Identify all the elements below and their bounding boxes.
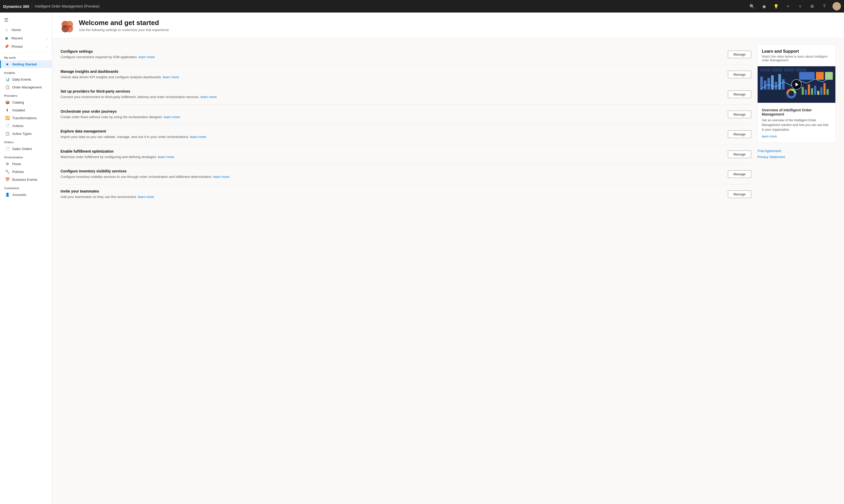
- sidebar-item-installed[interactable]: ⬇ Installed: [0, 106, 52, 114]
- video-play-button[interactable]: [791, 79, 802, 90]
- svg-point-3: [66, 25, 73, 32]
- card-5-link[interactable]: learn more: [158, 155, 174, 159]
- installed-label: Installed: [12, 108, 25, 112]
- card-configure-settings-text: Configure settings Configure connections…: [60, 49, 724, 60]
- sidebar-item-daily-events[interactable]: 📊 Daily Events: [0, 75, 52, 83]
- help-icon[interactable]: ?: [821, 3, 828, 10]
- svg-rect-25: [820, 87, 822, 95]
- card-3-link[interactable]: learn more: [164, 115, 180, 119]
- welcome-subtitle: Use the following settings to customize …: [79, 28, 170, 32]
- card-0-link[interactable]: learn more: [139, 55, 155, 59]
- sidebar-item-getting-started[interactable]: ■ Getting Started: [0, 60, 52, 68]
- recent-label: Recent: [12, 36, 23, 40]
- sidebar-item-actions[interactable]: 📄 Actions: [0, 122, 52, 130]
- svg-rect-21: [808, 85, 810, 95]
- card-2-title: Set up providers for third-party service…: [60, 89, 724, 93]
- sidebar-item-sales-orders[interactable]: 📄 Sales Orders: [0, 145, 52, 152]
- pinned-chevron: ⌄: [46, 45, 48, 48]
- catalog-icon: 📦: [5, 100, 10, 104]
- svg-rect-5: [760, 68, 771, 71]
- sidebar-item-action-types[interactable]: 📋 Action Types: [0, 130, 52, 138]
- hamburger-menu[interactable]: ☰: [0, 15, 52, 25]
- card-providers: Set up providers for third-party service…: [60, 85, 751, 105]
- svg-rect-16: [799, 72, 815, 80]
- sidebar-item-order-management[interactable]: 📋 Order Management: [0, 83, 52, 91]
- order-management-label: Order Management: [12, 85, 42, 89]
- catalog-label: Catalog: [12, 101, 24, 104]
- daily-events-label: Daily Events: [12, 77, 31, 82]
- learn-support-card: Learn and Support Watch the video below …: [757, 44, 836, 143]
- card-orchestrate-text: Orchestrate your order journeys Create o…: [60, 109, 724, 120]
- pin-icon: 📌: [4, 44, 9, 49]
- sidebar-item-recent[interactable]: ◉ Recent ⌄: [0, 34, 52, 42]
- card-4-title: Explore data management: [60, 129, 724, 133]
- links-section: Trial Agreement Privacy Statement: [757, 147, 836, 163]
- card-manage-insights-text: Manage insights and dashboards Unlock da…: [60, 69, 724, 80]
- privacy-statement-link[interactable]: Privacy Statement: [757, 155, 836, 159]
- card-4-link[interactable]: learn more: [190, 135, 206, 139]
- sidebar-item-transformations[interactable]: 🔁 Transformations: [0, 114, 52, 122]
- card-6-manage-button[interactable]: Manage: [728, 170, 751, 178]
- card-3-manage-button[interactable]: Manage: [728, 111, 751, 118]
- card-5-title: Enable fulfillment optimization: [60, 149, 724, 154]
- card-2-link[interactable]: learn more: [200, 95, 217, 99]
- plus-icon[interactable]: +: [785, 3, 792, 10]
- card-2-manage-button[interactable]: Manage: [728, 91, 751, 98]
- svg-rect-22: [811, 88, 813, 95]
- welcome-title: Welcome and get started: [79, 19, 170, 27]
- card-7-title: Invite your teammates: [60, 189, 724, 193]
- topbar: Dynamics 365 Intelligent Order Managemen…: [0, 0, 844, 13]
- business-events-icon: 📅: [5, 177, 10, 182]
- home-icon: ⌂: [4, 28, 9, 32]
- topbar-logo: Dynamics 365: [3, 4, 29, 8]
- sidebar-item-home[interactable]: ⌂ Home: [0, 25, 52, 34]
- home-label: Home: [12, 28, 21, 32]
- search-icon[interactable]: 🔍: [749, 3, 756, 10]
- recent-icon: ◉: [4, 36, 9, 40]
- card-4-desc: Import your data so you can validate, ma…: [60, 134, 724, 140]
- sidebar-item-pinned[interactable]: 📌 Pinned ⌄: [0, 42, 52, 51]
- filter-icon[interactable]: ▿: [796, 3, 804, 10]
- card-1-link[interactable]: learn more: [163, 75, 179, 79]
- svg-rect-19: [802, 87, 804, 95]
- card-6-title: Configure inventory visibility services: [60, 169, 724, 173]
- lightbulb-icon[interactable]: 💡: [773, 3, 780, 10]
- cards-column: Configure settings Configure connections…: [60, 44, 751, 204]
- svg-rect-27: [827, 89, 829, 95]
- card-1-manage-button[interactable]: Manage: [728, 71, 751, 78]
- video-learn-more-link[interactable]: learn more: [762, 134, 777, 138]
- sidebar-item-catalog[interactable]: 📦 Catalog: [0, 98, 52, 106]
- actions-label: Actions: [12, 124, 23, 128]
- accounts-label: Accounts: [12, 193, 26, 197]
- flows-icon: ⚙: [5, 162, 10, 166]
- sidebar-item-accounts[interactable]: 👤 Accounts: [0, 191, 52, 199]
- card-4-manage-button[interactable]: Manage: [728, 130, 751, 138]
- svg-rect-18: [825, 72, 833, 80]
- settings-icon[interactable]: ⚙: [809, 3, 816, 10]
- card-1-desc: Unlock data driven KPI insights and conf…: [60, 75, 724, 80]
- target-icon[interactable]: ◉: [760, 3, 768, 10]
- video-desc: Get an overview of the Intelligent Order…: [762, 118, 831, 132]
- card-7-manage-button[interactable]: Manage: [728, 191, 751, 198]
- card-data-management-text: Explore data management Import your data…: [60, 129, 724, 140]
- video-title: Overview of Intelligent Order Management: [762, 108, 831, 116]
- card-0-title: Configure settings: [60, 49, 724, 53]
- trial-agreement-link[interactable]: Trial Agreement: [757, 149, 836, 153]
- content-area: Welcome and get started Use the followin…: [52, 13, 844, 504]
- svg-rect-17: [816, 72, 824, 80]
- policies-icon: 🔧: [5, 169, 10, 174]
- sidebar-item-business-events[interactable]: 📅 Business Events: [0, 176, 52, 183]
- video-thumbnail[interactable]: [758, 66, 836, 103]
- actions-icon: 📄: [5, 124, 10, 128]
- user-avatar[interactable]: [832, 2, 841, 11]
- svg-rect-23: [814, 86, 816, 95]
- sidebar-item-flows[interactable]: ⚙ Flows: [0, 160, 52, 168]
- svg-rect-9: [760, 77, 763, 90]
- card-0-manage-button[interactable]: Manage: [728, 51, 751, 58]
- card-7-desc: Add your teammates so they use this envi…: [60, 194, 724, 200]
- card-6-link[interactable]: learn more: [213, 175, 229, 179]
- card-7-link[interactable]: learn more: [138, 195, 154, 199]
- card-5-manage-button[interactable]: Manage: [728, 150, 751, 158]
- installed-icon: ⬇: [5, 108, 10, 112]
- sidebar-item-policies[interactable]: 🔧 Policies: [0, 168, 52, 176]
